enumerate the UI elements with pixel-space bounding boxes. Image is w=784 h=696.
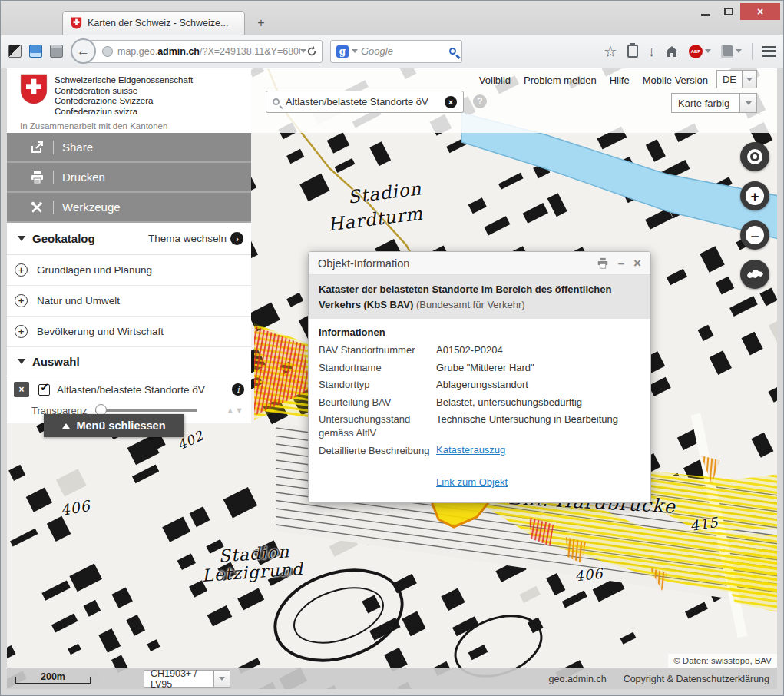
confederation-wordmark: Schweizerische Eidgenossenschaft Confédé… <box>55 74 193 117</box>
field-value: A01502-P0204 <box>436 343 503 357</box>
popup-body: Informationen BAV StandortnummerA01502-P… <box>309 319 650 502</box>
adblock-button[interactable]: ABP <box>689 45 711 58</box>
projection-select[interactable]: CH1903+ / LV95 <box>144 670 230 688</box>
search-icon[interactable] <box>449 48 456 55</box>
logo-block: Schweizerische Eidgenossenschaft Confédé… <box>7 68 251 133</box>
menu-icon[interactable] <box>762 44 776 58</box>
print-popup-icon[interactable] <box>597 257 609 269</box>
swiss-favicon <box>71 17 82 29</box>
remove-layer-button[interactable]: × <box>14 382 29 397</box>
toolbar-addon-icon-2[interactable] <box>29 45 42 58</box>
field-value: Ablagerungsstandort <box>436 378 528 392</box>
google-favicon[interactable]: g <box>336 45 349 58</box>
tools-icon <box>30 201 45 214</box>
layer-checkbox[interactable]: ✓ <box>38 384 50 396</box>
search-bar[interactable]: g Google <box>330 40 462 63</box>
home-icon[interactable] <box>665 45 679 58</box>
browser-window: Karten der Schweiz - Schweize... + × ← m… <box>0 0 784 696</box>
toolbar-addon-icon-1[interactable] <box>8 45 22 58</box>
katasterauszug-link[interactable]: Katasterauszug <box>436 444 505 458</box>
new-tab-button[interactable]: + <box>251 14 271 32</box>
expand-icon: + <box>15 325 28 338</box>
scale-bar: 200m <box>15 673 91 685</box>
swiss-coat-of-arms <box>20 74 48 104</box>
link-vollbild[interactable]: Vollbild <box>479 75 511 86</box>
link-mobile-version[interactable]: Mobile Version <box>643 75 708 86</box>
map-style-select[interactable]: Karte farbig <box>671 93 757 113</box>
copyright-link[interactable]: Copyright & Datenschutzerklärung <box>624 674 769 684</box>
url-text[interactable]: map.geo.admin.ch/?X=249138.11&Y=680698.2… <box>117 46 300 57</box>
downloads-icon[interactable]: ↓ <box>648 45 655 58</box>
extension-button[interactable] <box>721 45 742 58</box>
toolbar-addon-icon-3[interactable] <box>50 45 63 58</box>
menu-item-drucken[interactable]: Drucken <box>7 163 251 193</box>
field-label: BAV Standortnummer <box>319 343 436 357</box>
url-dropdown-icon[interactable] <box>300 49 306 53</box>
popup-dataset-header: Kataster der belasteten Standorte im Ber… <box>309 275 650 319</box>
chevron-right-icon: › <box>230 232 243 245</box>
layer-reorder-icons[interactable]: ▲▼ <box>226 406 244 415</box>
collapse-icon <box>18 359 25 364</box>
share-icon <box>30 141 45 154</box>
browser-tab[interactable]: Karten der Schweiz - Schweize... <box>62 11 245 35</box>
site-header: Schweizerische Eidgenossenschaft Confédé… <box>7 68 777 133</box>
change-topic-link[interactable]: Thema wechseln › <box>148 232 243 245</box>
search-icon <box>273 98 280 105</box>
language-select[interactable]: DE <box>716 70 757 88</box>
print-icon <box>30 171 45 184</box>
layer-name[interactable]: Altlasten/belastete Standorte öV <box>57 384 232 396</box>
close-button[interactable]: × <box>740 3 780 20</box>
clear-search-button[interactable]: × <box>445 96 457 108</box>
reload-icon[interactable] <box>306 46 317 57</box>
geoadmin-link[interactable]: geo.admin.ch <box>549 674 607 684</box>
informationen-title: Informationen <box>319 326 640 338</box>
category-bevoelkerung[interactable]: + Bevölkerung und Wirtschaft <box>7 317 251 347</box>
switzerland-icon <box>746 268 764 280</box>
layer-info-icon[interactable]: i <box>232 383 244 396</box>
popup-titlebar[interactable]: Objekt-Information – × <box>309 252 650 275</box>
bookmarks-menu-icon[interactable] <box>627 45 638 58</box>
geocatalog-header[interactable]: Geokatalog Thema wechseln › <box>7 223 251 255</box>
zoom-in-button[interactable]: + <box>740 181 769 210</box>
cantons-subline: In Zusammenarbeit mit den Kantonen <box>20 121 251 131</box>
map-attribution[interactable]: © Daten: swisstopo, BAV <box>668 654 777 668</box>
collapse-up-icon <box>62 423 70 429</box>
minimize-popup-icon[interactable]: – <box>618 257 624 269</box>
map-search-input[interactable]: Altlasten/belastete Standorte öV × <box>266 91 464 113</box>
search-engine-dropdown-icon[interactable] <box>352 49 358 53</box>
menu-item-werkzeuge[interactable]: Werkzeuge <box>7 193 251 223</box>
map-viewport[interactable]: StadionHardturmBhf. HardbrückeStadionLet… <box>7 68 777 689</box>
field-label: Beurteilung BAV <box>319 396 436 409</box>
field-value: Grube "Mittlerer Hard" <box>436 361 534 375</box>
field-label: Standorttyp <box>319 378 436 392</box>
toolbar-separator <box>752 43 753 60</box>
field-label: Standortname <box>319 361 436 375</box>
adblock-icon: ABP <box>689 45 703 58</box>
geolocate-button[interactable] <box>740 142 769 171</box>
collapse-icon <box>18 236 25 241</box>
site-identity-icon[interactable] <box>102 46 113 57</box>
close-menu-button[interactable]: Menü schliessen <box>44 414 184 437</box>
category-grundlagen[interactable]: + Grundlagen und Planung <box>7 255 251 286</box>
minimize-button[interactable] <box>694 3 717 20</box>
search-help-icon[interactable]: ? <box>473 94 487 108</box>
zoom-out-button[interactable]: – <box>740 220 769 250</box>
category-natur-umwelt[interactable]: + Natur und Umwelt <box>7 286 251 317</box>
object-information-popup: Objekt-Information – × Kataster der bela… <box>308 251 651 503</box>
maximize-button[interactable] <box>717 3 740 20</box>
selection-header[interactable]: Auswahl <box>7 347 251 376</box>
close-popup-icon[interactable]: × <box>633 257 641 270</box>
search-value[interactable]: Altlasten/belastete Standorte öV <box>286 96 445 108</box>
link-hilfe[interactable]: Hilfe <box>610 75 630 86</box>
bookmark-star-icon[interactable]: ☆ <box>604 44 617 59</box>
back-button[interactable]: ← <box>71 38 96 64</box>
field-label: Detaillierte Beschreibung <box>319 444 436 458</box>
url-bar[interactable]: map.geo.admin.ch/?X=249138.11&Y=680698.2… <box>84 40 323 63</box>
link-problem-melden[interactable]: Problem melden <box>524 75 597 86</box>
tab-title: Karten der Schweiz - Schweize... <box>88 18 228 28</box>
search-placeholder[interactable]: Google <box>361 45 449 57</box>
menu-item-share[interactable]: Share <box>7 133 251 163</box>
plus-icon: + <box>746 187 764 205</box>
object-link[interactable]: Link zum Objekt <box>436 476 508 488</box>
default-extent-button[interactable] <box>740 260 769 289</box>
